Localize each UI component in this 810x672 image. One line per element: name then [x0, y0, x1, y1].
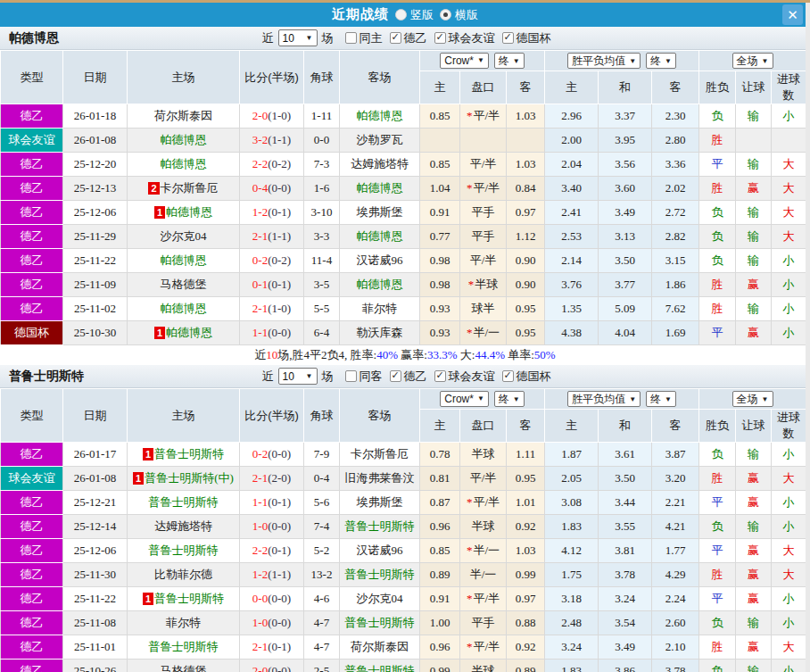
home-team: 1普鲁士明斯特(中)	[128, 467, 240, 491]
league-checkbox-friendly[interactable]: 球会友谊	[434, 30, 495, 46]
result-handicap: 赢	[736, 177, 772, 201]
avg-draw: 3.60	[599, 177, 652, 201]
header-type: 类型	[1, 389, 63, 443]
fullmatch-select[interactable]: 全场▼	[732, 53, 773, 69]
result-handicap: 输	[736, 297, 772, 321]
avg-home: 2.14	[545, 249, 599, 273]
result-outcome: 负	[699, 249, 736, 273]
match-type-badge: 球会友谊	[1, 129, 63, 153]
match-type-badge: 德乙	[1, 273, 63, 297]
halftime-score: (0-2)	[268, 157, 291, 170]
avg-away: 2.80	[652, 129, 699, 153]
handicap: *平/半	[460, 635, 507, 660]
result-goals: 小	[772, 249, 806, 273]
match-score: 2-1(0-1)	[240, 635, 304, 660]
chevron-down-icon: ▼	[513, 395, 520, 403]
result-handicap: 赢	[736, 587, 772, 611]
away-team: 帕德博恩	[340, 225, 420, 249]
result-goals: 大	[772, 153, 806, 177]
team-name-text: 普鲁士明斯特	[345, 664, 415, 672]
chevron-down-icon: ▼	[762, 395, 769, 403]
result-outcome: 胜	[699, 563, 736, 587]
team-name-text: 帕德博恩	[161, 157, 207, 170]
avg-odds-select[interactable]: 胜平负均值▼	[567, 391, 641, 407]
fulltime-score: 0-2	[252, 447, 268, 460]
league-checkbox-bundesliga2[interactable]: 德乙	[390, 369, 427, 385]
avg-odds-select[interactable]: 胜平负均值▼	[567, 53, 641, 69]
result-handicap: 赢	[736, 321, 772, 345]
checkbox-icon	[345, 370, 357, 382]
summary-segment: 40%	[376, 348, 398, 361]
match-row: 德乙25-11-29沙尔克042-1(1-1)3-3帕德博恩0.77平手1.12…	[1, 225, 806, 249]
match-row: 球会友谊26-01-08帕德博恩3-2(1-1)0-0沙勒罗瓦2.003.952…	[1, 129, 806, 153]
match-row: 德乙26-01-171普鲁士明斯特0-2(0-0)7-9卡尔斯鲁厄0.78半球1…	[1, 443, 806, 467]
orientation-vertical-radio[interactable]: 竖版	[395, 7, 434, 23]
corners: 2-5	[304, 660, 340, 672]
match-count-select[interactable]: 10▼	[278, 368, 318, 385]
fullmatch-select[interactable]: 全场▼	[732, 391, 773, 407]
odds-home: 0.78	[420, 443, 460, 467]
odds-away: 0.99	[507, 563, 545, 587]
chevron-down-icon: ▼	[665, 57, 672, 65]
away-team: 普鲁士明斯特	[340, 611, 420, 635]
home-team: 马格德堡	[128, 273, 240, 297]
same-venue-checkbox[interactable]: 同主	[345, 30, 383, 46]
matches-label: 场	[322, 369, 334, 385]
league-checkbox-friendly[interactable]: 球会友谊	[434, 369, 495, 385]
team-name-text: 达姆施塔特	[351, 157, 409, 170]
close-icon[interactable]: ✕	[782, 4, 803, 25]
team-name-text: 普鲁士明斯特	[154, 592, 224, 605]
odds-home: 1.00	[420, 611, 460, 635]
same-venue-checkbox[interactable]: 同客	[345, 369, 383, 385]
odds-final-select[interactable]: 终▼	[494, 53, 525, 69]
fullmatch-group-header: 全场▼	[699, 389, 806, 410]
header-date: 日期	[63, 51, 128, 104]
match-type-badge: 德乙	[1, 515, 63, 539]
avg-away: 4.21	[652, 515, 699, 539]
fulltime-score: 2-2	[252, 543, 268, 557]
corners: 3-5	[304, 273, 340, 297]
handicap-star: *	[467, 181, 473, 195]
result-handicap	[736, 129, 772, 153]
avg-draw: 3.50	[599, 467, 652, 491]
match-count-select[interactable]: 10▼	[278, 29, 318, 46]
odds-home: 0.85	[420, 104, 460, 129]
match-type-badge: 德乙	[1, 635, 63, 660]
odds-final-select[interactable]: 终▼	[494, 391, 525, 407]
odds-company-select[interactable]: Crow*▼	[440, 391, 489, 407]
halftime-score: (0-0)	[268, 592, 291, 605]
recent-results-dialog: 近期战绩 竖版 横版 ✕ 帕德博恩 近 10▼ 场 同主 德乙 球会友谊 德国杯…	[0, 0, 810, 672]
league-checkbox-bundesliga2[interactable]: 德乙	[390, 30, 427, 46]
match-score: 1-0(0-0)	[240, 611, 304, 635]
away-team: 沙尔克04	[340, 587, 420, 611]
results-table-1: 类型 日期 主场 比分(半场) 角球 客场 Crow*▼终▼ 胜平负均值▼终▼ …	[0, 50, 806, 345]
home-team: 沙尔克04	[128, 225, 240, 249]
odds-away: 1.11	[507, 443, 545, 467]
record-summary: 近10场,胜4平2负4, 胜率:40% 赢率:33.3% 大:44.4% 单率:…	[0, 345, 810, 365]
avg-final-select[interactable]: 终▼	[646, 53, 676, 69]
result-outcome: 胜	[699, 129, 736, 153]
match-row: 德乙25-11-30比勒菲尔德1-2(1-1)13-2普鲁士明斯特0.89半/一…	[1, 563, 806, 587]
summary-segment: 单率:	[505, 348, 534, 361]
match-score: 0-1(0-1)	[240, 273, 304, 297]
radio-icon	[440, 9, 451, 21]
avg-draw: 3.54	[599, 611, 652, 635]
match-type-badge: 德乙	[1, 177, 63, 201]
result-handicap: 输	[736, 104, 772, 129]
avg-final-select[interactable]: 终▼	[646, 391, 676, 407]
match-row: 德乙25-12-06普鲁士明斯特2-2(0-1)5-2汉诺威960.85*半/一…	[1, 539, 806, 563]
orientation-horizontal-radio[interactable]: 横版	[440, 7, 478, 23]
odds-company-select[interactable]: Crow*▼	[440, 53, 489, 69]
subheader-odds-away: 客	[507, 410, 545, 443]
avg-draw: 3.55	[599, 515, 652, 539]
team-name-text: 沙勒罗瓦	[357, 133, 403, 146]
result-handicap: 输	[736, 660, 772, 672]
result-outcome: 胜	[699, 635, 736, 660]
home-team: 帕德博恩	[128, 129, 240, 153]
odds-away: 0.95	[507, 321, 545, 345]
avg-draw: 3.86	[599, 660, 652, 672]
league-checkbox-cup[interactable]: 德国杯	[502, 369, 551, 385]
halftime-score: (2-0)	[268, 471, 291, 485]
halftime-score: (0-1)	[268, 495, 291, 509]
league-checkbox-cup[interactable]: 德国杯	[502, 30, 551, 46]
